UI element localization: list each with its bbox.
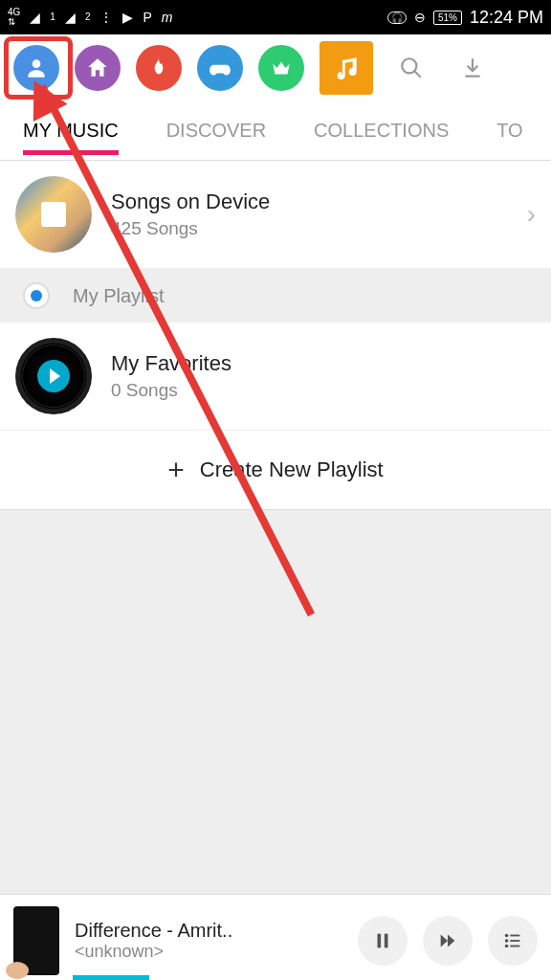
radio-indicator-icon[interactable] — [23, 282, 50, 309]
favorites-icon — [15, 338, 92, 414]
content-tabs: MY MUSIC DISCOVER COLLECTIONS TO — [0, 101, 551, 161]
hifi-icon: 🎧 — [387, 11, 407, 24]
chevron-right-icon: › — [527, 199, 536, 230]
p-icon: P — [143, 10, 151, 25]
svg-rect-10 — [510, 945, 519, 947]
pause-button[interactable] — [358, 916, 408, 966]
game-icon[interactable] — [197, 45, 243, 91]
svg-rect-3 — [378, 933, 382, 947]
svg-rect-4 — [385, 933, 388, 947]
now-playing-bar[interactable]: Difference - Amrit.. <unknown> — [0, 894, 551, 980]
tab-my-music[interactable]: MY MUSIC — [23, 120, 119, 142]
battery-indicator: 51% — [433, 11, 462, 25]
svg-point-1 — [402, 58, 416, 73]
signal-icon-1: ◢ — [30, 10, 40, 25]
top-nav — [0, 34, 551, 101]
status-bar: 4G⇅ ◢ 1 ◢ 2 ⋮ ▶ P m 🎧 ⊖ 51% 12:24 PM — [0, 0, 551, 34]
music-icon[interactable] — [320, 41, 373, 95]
now-playing-title: Difference - Amrit.. — [75, 920, 358, 942]
create-playlist-label: Create New Playlist — [200, 457, 384, 482]
create-playlist-button[interactable]: + Create New Playlist — [0, 431, 551, 510]
svg-point-9 — [505, 944, 509, 947]
crown-icon[interactable] — [258, 45, 304, 91]
home-icon[interactable] — [75, 45, 121, 91]
play-indicator-icon: ▶ — [122, 10, 133, 25]
signal-icon-2: ◢ — [65, 10, 76, 25]
tab-collections[interactable]: COLLECTIONS — [314, 120, 449, 142]
device-songs-title: Songs on Device — [111, 189, 527, 214]
svg-rect-6 — [510, 934, 519, 936]
svg-rect-8 — [510, 940, 519, 942]
profile-icon[interactable] — [13, 45, 59, 91]
device-songs-count: 425 Songs — [111, 218, 527, 239]
songs-on-device-row[interactable]: Songs on Device 425 Songs › — [0, 161, 551, 269]
clock: 12:24 PM — [470, 8, 543, 28]
favorites-row[interactable]: My Favorites 0 Songs — [0, 323, 551, 431]
more-icon: ⋮ — [99, 10, 113, 25]
network-indicator: 4G⇅ — [8, 8, 20, 27]
svg-point-7 — [505, 939, 509, 943]
search-icon[interactable] — [388, 45, 434, 91]
sim1-label: 1 — [50, 12, 55, 22]
svg-point-0 — [33, 59, 41, 68]
svg-point-5 — [505, 933, 509, 937]
playlist-section-label: My Playlist — [73, 285, 165, 307]
playlist-section-header: My Playlist — [0, 269, 551, 323]
tab-more[interactable]: TO — [496, 120, 522, 142]
favorites-count: 0 Songs — [111, 380, 536, 401]
download-icon[interactable] — [450, 45, 496, 91]
now-playing-art — [13, 906, 59, 975]
next-button[interactable] — [423, 916, 473, 966]
favorites-title: My Favorites — [111, 351, 536, 376]
plus-icon: + — [167, 454, 185, 486]
m-icon: m — [162, 10, 173, 25]
sim2-label: 2 — [85, 12, 91, 22]
device-songs-icon — [15, 176, 92, 253]
tab-discover[interactable]: DISCOVER — [166, 120, 266, 142]
now-playing-artist: <unknown> — [75, 942, 358, 962]
svg-line-2 — [414, 71, 421, 78]
playback-progress[interactable] — [73, 975, 149, 980]
queue-button[interactable] — [488, 916, 538, 966]
dnd-icon: ⊖ — [414, 10, 426, 25]
fire-icon[interactable] — [136, 45, 182, 91]
